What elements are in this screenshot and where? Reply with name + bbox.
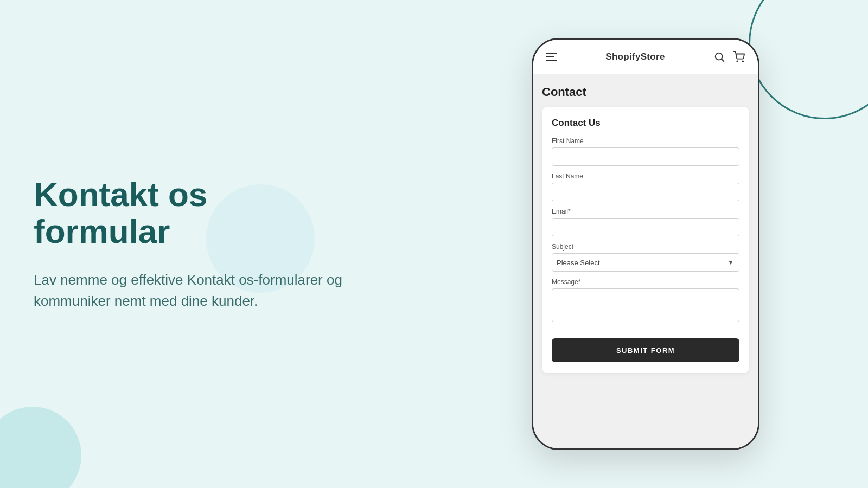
contact-page-title: Contact [542,85,749,99]
contact-form-card: Contact Us First Name Last Name Email* [542,107,749,373]
form-group-email: Email* [552,208,739,236]
menu-line-2 [546,56,554,57]
store-name: ShopifyStore [605,52,665,62]
cart-icon[interactable] [733,51,745,63]
menu-line-3 [546,60,557,61]
form-group-subject: Subject Please Select General Inquiry Su… [552,243,739,272]
label-firstname: First Name [552,137,739,145]
select-subject[interactable]: Please Select General Inquiry Support Bi… [552,253,739,272]
phone-mockup: ShopifyStore Contact Contact Us [532,38,760,450]
svg-line-1 [722,59,724,61]
input-email[interactable] [552,218,739,236]
input-lastname[interactable] [552,183,739,201]
svg-point-2 [737,61,738,62]
svg-point-3 [742,61,743,62]
label-lastname: Last Name [552,172,739,180]
submit-button[interactable]: SUBMIT FORM [552,338,739,362]
form-title: Contact Us [552,118,739,129]
phone-content: Contact Contact Us First Name Last Name … [533,74,758,448]
header-icons [713,51,745,63]
svg-point-0 [716,53,723,60]
bg-circle-bottom-left [0,407,81,488]
sub-description: Lav nemme og effektive Kontakt os-formul… [34,269,403,312]
select-wrapper: Please Select General Inquiry Support Bi… [552,253,739,272]
label-message: Message* [552,278,739,286]
label-subject: Subject [552,243,739,251]
phone-wrapper: ShopifyStore Contact Contact Us [532,38,760,450]
menu-line-1 [546,53,557,54]
input-firstname[interactable] [552,147,739,166]
form-group-message: Message* [552,278,739,324]
form-group-firstname: First Name [552,137,739,166]
textarea-message[interactable] [552,288,739,322]
search-icon[interactable] [713,51,725,63]
label-email: Email* [552,208,739,215]
menu-icon[interactable] [546,53,557,61]
bg-circle-top-right [749,0,868,119]
phone-navbar: ShopifyStore [533,40,758,74]
main-heading: Kontakt os formular [34,176,403,250]
form-group-lastname: Last Name [552,172,739,201]
left-section: Kontakt os formular Lav nemme og effekti… [34,176,403,312]
